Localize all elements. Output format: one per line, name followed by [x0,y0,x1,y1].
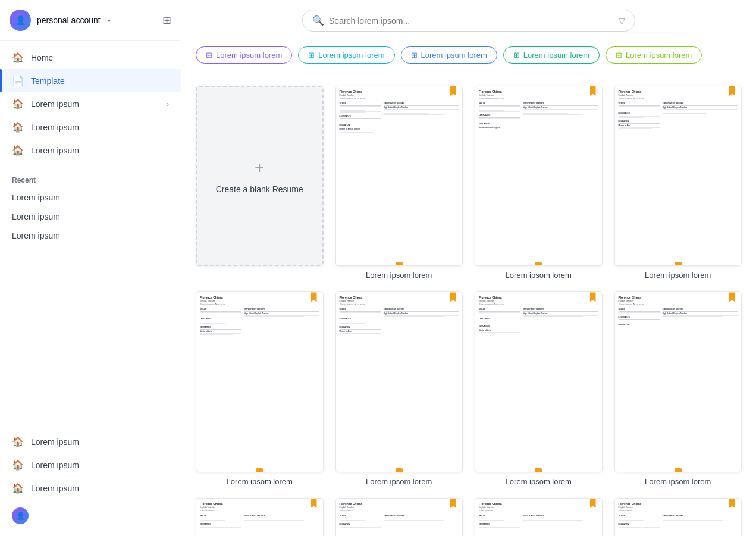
sidebar-item-lorem3[interactable]: 🏠 Lorem ipsum [0,139,181,162]
blank-card-preview: + Create a blank Resume [196,86,324,266]
card-preview-2: Florence Chiesa English Teacher ✉ email@… [475,86,603,266]
card-preview-3: Florence Chiesa English Teacher ✉ email@… [614,86,742,266]
card-label-2: Lorem ipsom lorem [506,271,572,280]
template-card-3[interactable]: Florence Chiesa English Teacher ✉ email@… [614,86,742,280]
sidebar-footer-item-3[interactable]: 🏠 Lorem ipsum [0,477,181,500]
home-icon-7: 🏠 [12,482,24,494]
template-card-8[interactable]: Florence Chiesa English Teacher ✉ email@… [196,498,324,536]
bookmark-bottom-6 [535,468,542,472]
bookmark-bottom-5 [396,468,403,472]
filter-tabs: ⊞ Lorem ipsum lorem ⊞ Lorem ipsum lorem … [181,39,756,71]
search-input[interactable] [329,16,614,26]
card-label-1: Lorem ipsom lorem [366,271,432,280]
recent-item-2[interactable]: Lorem ipsum [0,207,181,226]
template-card-1[interactable]: Florence Chiesa English Teacher ✉ email@… [335,86,463,280]
sidebar-item-template-label: Template [31,76,65,86]
blank-card-label: Create a blank Resume [216,184,303,194]
search-bar: 🔍 ▽ [302,10,635,32]
sidebar-item-lorem2[interactable]: 🏠 Lorem ipsum [0,115,181,139]
recent-list: Lorem ipsum Lorem ipsum Lorem ipsum [0,188,181,245]
filter-tab-2-label: Lorem ipsum lorem [318,51,384,59]
card-preview-6: Florence Chiesa English Teacher ✉ email@… [475,291,603,472]
sidebar-footer-item-1-label: Lorem ipsum [31,437,79,447]
template-card-10[interactable]: Florence Chiesa English Teacher ✉ email@… [475,498,603,536]
plus-icon: + [255,158,264,177]
filter-tab-1-icon: ⊞ [206,51,212,59]
card-preview-1: Florence Chiesa English Teacher ✉ email@… [335,86,463,266]
card-preview-5: Florence Chiesa English Teacher ✉ email@… [335,291,463,472]
card-label-7: Lorem ipsom lorem [645,477,711,486]
chevron-down-icon: ▾ [108,17,111,24]
home-icon-6: 🏠 [12,459,24,471]
main-header: 🔍 ▽ [181,0,756,39]
card-preview-10: Florence Chiesa English Teacher ✉ email@… [475,498,603,536]
sidebar-footer-item-2-label: Lorem ipsum [31,460,79,470]
home-icon-3: 🏠 [12,121,24,133]
template-card-5[interactable]: Florence Chiesa English Teacher ✉ email@… [335,291,463,485]
sidebar-footer-item-2[interactable]: 🏠 Lorem ipsum [0,453,181,477]
sidebar: 👤 personal account ▾ ⊞ 🏠 Home 📄 Template… [0,0,181,536]
sidebar-item-lorem3-label: Lorem ipsum [31,146,79,155]
filter-tab-5[interactable]: ⊞ Lorem ipsum lorem [606,46,702,64]
template-card-4[interactable]: Florence Chiesa English Teacher ✉ email@… [196,291,324,485]
sidebar-toggle-button[interactable]: ⊞ [162,14,171,27]
filter-tab-3-label: Lorem ipsum lorem [421,51,487,59]
sidebar-item-lorem1[interactable]: 🏠 Lorem ipsum › [0,92,181,115]
filter-tab-4-label: Lorem ipsum lorem [523,51,589,59]
card-preview-9: Florence Chiesa English Teacher ✉ email@… [335,498,463,536]
template-card-11[interactable]: Florence Chiesa English Teacher ✉ email@… [614,498,742,536]
home-icon-5: 🏠 [12,436,24,447]
template-card-6[interactable]: Florence Chiesa English Teacher ✉ email@… [475,291,603,485]
sidebar-item-template[interactable]: 📄 Template [0,69,181,92]
sidebar-footer-item-3-label: Lorem ipsum [31,484,79,493]
sidebar-header: 👤 personal account ▾ ⊞ [0,0,181,41]
card-label-5: Lorem ipsom lorem [366,477,432,486]
home-icon-4: 🏠 [12,145,24,156]
main-content: 🔍 ▽ ⊞ Lorem ipsum lorem ⊞ Lorem ipsum lo… [181,0,756,536]
sidebar-item-lorem2-label: Lorem ipsum [31,123,79,132]
template-card-2[interactable]: Florence Chiesa English Teacher ✉ email@… [475,86,603,280]
recent-section-label: Recent [0,167,181,188]
account-switcher[interactable]: 👤 personal account ▾ [10,10,111,31]
filter-tab-5-label: Lorem ipsum lorem [626,51,692,59]
template-card-9[interactable]: Florence Chiesa English Teacher ✉ email@… [335,498,463,536]
footer-avatar: 👤 [12,507,29,524]
home-icon: 🏠 [12,52,24,63]
account-name: personal account [37,15,101,25]
card-label-6: Lorem ipsom lorem [506,477,572,486]
recent-item-1[interactable]: Lorem ipsum [0,188,181,207]
bookmark-bottom-2 [535,262,542,265]
template-icon: 📄 [12,75,24,86]
card-preview-8: Florence Chiesa English Teacher ✉ email@… [196,498,324,536]
sidebar-item-home-label: Home [31,53,53,62]
filter-tab-1[interactable]: ⊞ Lorem ipsum lorem [196,46,292,64]
template-card-7[interactable]: Florence Chiesa English Teacher ✉ email@… [614,291,742,485]
card-label-4: Lorem ipsom lorem [227,477,293,486]
filter-icon[interactable]: ▽ [619,16,625,26]
search-icon: 🔍 [312,15,324,26]
bookmark-bottom-7 [675,468,682,472]
template-grid: + Create a blank Resume Florence Chiesa … [181,71,756,536]
filter-tab-3[interactable]: ⊞ Lorem ipsum lorem [401,46,497,64]
filter-tab-2-icon: ⊞ [308,51,315,59]
chevron-right-icon: › [167,100,169,108]
filter-tab-4[interactable]: ⊞ Lorem ipsum lorem [503,46,600,64]
sidebar-item-home[interactable]: 🏠 Home [0,46,181,69]
bookmark-bottom-1 [396,262,403,265]
home-icon-2: 🏠 [12,98,24,109]
filter-tab-2[interactable]: ⊞ Lorem ipsum lorem [298,46,394,64]
avatar: 👤 [10,10,31,31]
filter-tab-5-icon: ⊞ [616,51,622,59]
blank-resume-card[interactable]: + Create a blank Resume [196,86,324,280]
sidebar-footer-item-1[interactable]: 🏠 Lorem ipsum [0,430,181,453]
sidebar-footer-nav: 🏠 Lorem ipsum 🏠 Lorem ipsum 🏠 Lorem ipsu… [0,425,181,536]
bookmark-bottom-3 [675,262,682,265]
sidebar-nav: 🏠 Home 📄 Template 🏠 Lorem ipsum › 🏠 Lore… [0,41,181,167]
card-preview-4: Florence Chiesa English Teacher ✉ email@… [196,291,324,472]
filter-tab-1-label: Lorem ipsum lorem [216,51,282,59]
sidebar-item-lorem1-label: Lorem ipsum [31,99,79,109]
filter-tab-4-icon: ⊞ [513,51,520,59]
recent-item-3[interactable]: Lorem ipsum [0,226,181,245]
card-label-3: Lorem ipsom lorem [645,271,711,280]
bookmark-bottom-4 [256,468,263,472]
